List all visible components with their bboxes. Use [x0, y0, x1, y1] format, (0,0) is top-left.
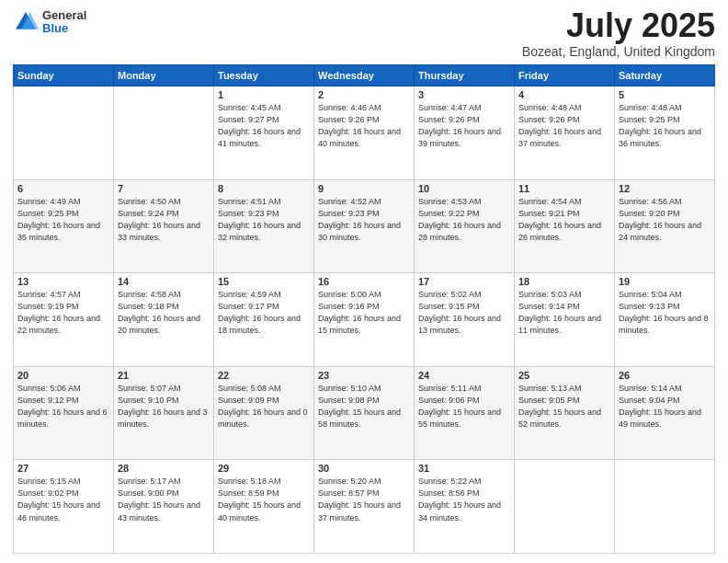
day-info: Sunrise: 4:54 AMSunset: 9:21 PMDaylight:…	[518, 196, 610, 244]
day-info: Sunrise: 4:51 AMSunset: 9:23 PMDaylight:…	[218, 196, 310, 244]
day-info: Sunrise: 4:48 AMSunset: 9:25 PMDaylight:…	[619, 102, 711, 150]
calendar-cell: 4Sunrise: 4:48 AMSunset: 9:26 PMDaylight…	[515, 86, 615, 180]
day-info: Sunrise: 5:14 AMSunset: 9:04 PMDaylight:…	[619, 383, 711, 431]
calendar-cell: 13Sunrise: 4:57 AMSunset: 9:19 PMDayligh…	[14, 273, 114, 367]
calendar-cell: 22Sunrise: 5:08 AMSunset: 9:09 PMDayligh…	[214, 366, 314, 460]
calendar-week-row: 6Sunrise: 4:49 AMSunset: 9:25 PMDaylight…	[14, 179, 715, 273]
weekday-header: Sunday	[14, 65, 114, 86]
weekday-header: Monday	[114, 65, 214, 86]
day-number: 26	[619, 370, 711, 381]
calendar-cell: 28Sunrise: 5:17 AMSunset: 9:00 PMDayligh…	[114, 460, 214, 554]
logo-text: General Blue	[42, 9, 86, 36]
calendar-cell: 8Sunrise: 4:51 AMSunset: 9:23 PMDaylight…	[214, 179, 314, 273]
calendar-cell: 26Sunrise: 5:14 AMSunset: 9:04 PMDayligh…	[615, 366, 715, 460]
day-info: Sunrise: 5:04 AMSunset: 9:13 PMDaylight:…	[619, 289, 711, 337]
day-number: 1	[218, 89, 310, 100]
calendar-cell: 1Sunrise: 4:45 AMSunset: 9:27 PMDaylight…	[214, 86, 314, 180]
day-number: 24	[418, 370, 510, 381]
logo-blue: Blue	[42, 22, 86, 35]
location: Bozeat, England, United Kingdom	[522, 44, 715, 59]
calendar-cell: 10Sunrise: 4:53 AMSunset: 9:22 PMDayligh…	[415, 179, 515, 273]
calendar-cell	[515, 460, 615, 554]
day-info: Sunrise: 5:18 AMSunset: 8:59 PMDaylight:…	[218, 476, 310, 523]
day-info: Sunrise: 5:07 AMSunset: 9:10 PMDaylight:…	[118, 383, 210, 431]
day-info: Sunrise: 5:00 AMSunset: 9:16 PMDaylight:…	[318, 289, 410, 337]
weekday-header: Tuesday	[214, 65, 314, 86]
weekday-header: Saturday	[615, 65, 715, 86]
calendar-cell: 21Sunrise: 5:07 AMSunset: 9:10 PMDayligh…	[114, 366, 214, 460]
calendar-cell: 16Sunrise: 5:00 AMSunset: 9:16 PMDayligh…	[314, 273, 415, 367]
calendar-cell: 12Sunrise: 4:56 AMSunset: 9:20 PMDayligh…	[615, 179, 715, 273]
day-info: Sunrise: 4:58 AMSunset: 9:18 PMDaylight:…	[118, 289, 210, 337]
calendar-cell: 15Sunrise: 4:59 AMSunset: 9:17 PMDayligh…	[214, 273, 314, 367]
day-number: 31	[418, 463, 510, 474]
day-info: Sunrise: 5:10 AMSunset: 9:08 PMDaylight:…	[318, 383, 410, 431]
day-number: 19	[619, 276, 711, 287]
calendar-cell: 17Sunrise: 5:02 AMSunset: 9:15 PMDayligh…	[415, 273, 515, 367]
day-number: 9	[318, 183, 410, 194]
day-info: Sunrise: 4:49 AMSunset: 9:25 PMDaylight:…	[17, 196, 109, 244]
calendar-cell: 18Sunrise: 5:03 AMSunset: 9:14 PMDayligh…	[515, 273, 615, 367]
calendar-cell: 14Sunrise: 4:58 AMSunset: 9:18 PMDayligh…	[114, 273, 214, 367]
day-info: Sunrise: 4:59 AMSunset: 9:17 PMDaylight:…	[218, 289, 310, 337]
day-number: 23	[318, 370, 410, 381]
calendar-cell: 9Sunrise: 4:52 AMSunset: 9:23 PMDaylight…	[314, 179, 415, 273]
day-info: Sunrise: 5:22 AMSunset: 8:56 PMDaylight:…	[418, 476, 510, 523]
day-number: 17	[418, 276, 510, 287]
calendar-cell	[615, 460, 715, 554]
day-number: 30	[318, 463, 410, 474]
day-number: 5	[619, 89, 711, 100]
day-number: 12	[619, 183, 711, 194]
calendar-cell: 7Sunrise: 4:50 AMSunset: 9:24 PMDaylight…	[114, 179, 214, 273]
calendar-week-row: 20Sunrise: 5:06 AMSunset: 9:12 PMDayligh…	[14, 366, 715, 460]
calendar-cell: 29Sunrise: 5:18 AMSunset: 8:59 PMDayligh…	[214, 460, 314, 554]
calendar-cell: 25Sunrise: 5:13 AMSunset: 9:05 PMDayligh…	[515, 366, 615, 460]
title-block: July 2025 Bozeat, England, United Kingdo…	[522, 9, 715, 59]
day-number: 20	[17, 370, 109, 381]
calendar-cell: 20Sunrise: 5:06 AMSunset: 9:12 PMDayligh…	[14, 366, 114, 460]
calendar-cell: 31Sunrise: 5:22 AMSunset: 8:56 PMDayligh…	[415, 460, 515, 554]
day-number: 27	[17, 463, 109, 474]
day-info: Sunrise: 4:46 AMSunset: 9:26 PMDaylight:…	[318, 102, 410, 150]
calendar: SundayMondayTuesdayWednesdayThursdayFrid…	[13, 64, 715, 554]
day-number: 13	[17, 276, 109, 287]
day-number: 8	[218, 183, 310, 194]
logo: General Blue	[13, 9, 86, 36]
calendar-cell: 2Sunrise: 4:46 AMSunset: 9:26 PMDaylight…	[314, 86, 415, 180]
weekday-header: Friday	[515, 65, 615, 86]
calendar-cell: 19Sunrise: 5:04 AMSunset: 9:13 PMDayligh…	[615, 273, 715, 367]
day-number: 3	[418, 89, 510, 100]
day-info: Sunrise: 5:20 AMSunset: 8:57 PMDaylight:…	[318, 476, 410, 523]
day-number: 15	[218, 276, 310, 287]
day-number: 14	[118, 276, 210, 287]
calendar-cell: 3Sunrise: 4:47 AMSunset: 9:26 PMDaylight…	[415, 86, 515, 180]
page: General Blue July 2025 Bozeat, England, …	[0, 0, 728, 563]
day-info: Sunrise: 4:56 AMSunset: 9:20 PMDaylight:…	[619, 196, 711, 244]
month-title: July 2025	[522, 9, 715, 42]
day-info: Sunrise: 4:57 AMSunset: 9:19 PMDaylight:…	[17, 289, 109, 337]
day-info: Sunrise: 4:45 AMSunset: 9:27 PMDaylight:…	[218, 102, 310, 150]
day-info: Sunrise: 4:47 AMSunset: 9:26 PMDaylight:…	[418, 102, 510, 150]
day-number: 28	[118, 463, 210, 474]
calendar-header-row: SundayMondayTuesdayWednesdayThursdayFrid…	[14, 65, 715, 86]
calendar-cell: 6Sunrise: 4:49 AMSunset: 9:25 PMDaylight…	[14, 179, 114, 273]
day-number: 2	[318, 89, 410, 100]
day-number: 25	[518, 370, 610, 381]
day-info: Sunrise: 5:02 AMSunset: 9:15 PMDaylight:…	[418, 289, 510, 337]
day-info: Sunrise: 5:13 AMSunset: 9:05 PMDaylight:…	[518, 383, 610, 431]
day-number: 22	[218, 370, 310, 381]
day-number: 4	[518, 89, 610, 100]
header: General Blue July 2025 Bozeat, England, …	[13, 9, 715, 59]
logo-icon	[13, 9, 39, 35]
logo-general: General	[42, 9, 86, 22]
calendar-cell: 30Sunrise: 5:20 AMSunset: 8:57 PMDayligh…	[314, 460, 415, 554]
calendar-cell: 24Sunrise: 5:11 AMSunset: 9:06 PMDayligh…	[415, 366, 515, 460]
day-number: 18	[518, 276, 610, 287]
calendar-cell: 11Sunrise: 4:54 AMSunset: 9:21 PMDayligh…	[515, 179, 615, 273]
calendar-cell: 5Sunrise: 4:48 AMSunset: 9:25 PMDaylight…	[615, 86, 715, 180]
calendar-week-row: 13Sunrise: 4:57 AMSunset: 9:19 PMDayligh…	[14, 273, 715, 367]
day-number: 11	[518, 183, 610, 194]
weekday-header: Wednesday	[314, 65, 415, 86]
day-number: 10	[418, 183, 510, 194]
day-info: Sunrise: 4:48 AMSunset: 9:26 PMDaylight:…	[518, 102, 610, 150]
